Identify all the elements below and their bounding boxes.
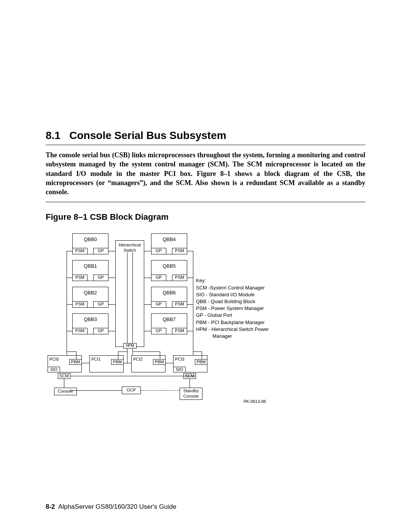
psm-label: PSM — [175, 302, 184, 306]
key-heading: Key: — [196, 277, 269, 284]
line — [187, 251, 193, 251]
line — [144, 278, 151, 278]
qbb0-gp: GP — [93, 248, 108, 254]
gp-label: GP — [156, 328, 162, 333]
gp-label: GP — [156, 275, 162, 280]
footer-title: AlphaServer GS80/160/320 User's Guide — [58, 503, 176, 510]
key-legend: Key: SCM -System Control Manager SIO - S… — [196, 277, 269, 340]
qbb1-gp: GP — [93, 275, 108, 281]
scm-label: SCM — [59, 374, 68, 378]
qbb6-label: QBB6 — [151, 290, 187, 296]
page-number: 8-2 — [46, 503, 55, 510]
line — [160, 351, 160, 359]
line — [187, 304, 193, 305]
pci3-sio: SIO — [173, 367, 186, 372]
line — [187, 331, 193, 331]
qbb3-gp: GP — [93, 328, 108, 334]
line — [67, 331, 72, 331]
qbb7-label: QBB7 — [151, 316, 187, 322]
gp-label: GP — [98, 275, 104, 280]
qbb1-label: QBB1 — [72, 263, 108, 269]
section-heading: 8.1 Console Serial Bus Subsystem — [46, 129, 365, 142]
pci3-pbm: PBM — [195, 359, 207, 365]
line — [202, 351, 202, 359]
sio-label: SIO — [176, 367, 183, 372]
hpm-label: HPM — [126, 343, 134, 348]
gp-label: GP — [156, 248, 162, 253]
line — [127, 348, 127, 363]
qbb6-gp: GP — [151, 301, 166, 308]
qbb4-gp: GP — [151, 248, 166, 254]
psm-label: PSM — [75, 275, 84, 280]
psm-label: PSM — [75, 328, 84, 333]
key-entry: Manager — [196, 333, 269, 340]
line — [193, 351, 202, 352]
line — [118, 351, 127, 352]
line — [67, 251, 67, 363]
section-title: Console Serial Bus Subsystem — [69, 129, 226, 141]
console-label: Console — [58, 389, 73, 393]
line — [108, 251, 115, 251]
csb-block-diagram: HierarchicalSwitch HPM QBB0 PSM GP QBB1 … — [46, 230, 304, 409]
key-entry: SIO - Standard I/O Module — [196, 291, 269, 298]
pci0-sio: SIO — [48, 367, 60, 372]
bus-line — [127, 252, 127, 343]
line — [193, 251, 193, 363]
qbb4-psm: PSM — [172, 248, 187, 254]
figure-id: PK-0613-98 — [244, 399, 266, 404]
line — [67, 304, 72, 305]
line — [144, 304, 151, 305]
qbb7-psm: PSM — [172, 328, 187, 334]
qbb7-gp: GP — [151, 328, 166, 334]
pci1-pbm: PBM — [111, 359, 124, 365]
qbb6-psm: PSM — [172, 301, 187, 308]
line — [76, 351, 76, 359]
line — [64, 379, 64, 388]
qbb3-psm: PSM — [72, 328, 88, 334]
qbb1-psm: PSM — [72, 275, 88, 281]
heading-rule-top — [46, 145, 365, 145]
console-box: Console — [54, 388, 77, 395]
line — [108, 278, 115, 278]
sio-label: SIO — [50, 367, 57, 372]
line — [108, 331, 115, 331]
line — [108, 304, 115, 305]
pbm-label: PBM — [71, 359, 80, 364]
hierarchical-switch-box — [115, 240, 144, 347]
qbb0-psm: PSM — [72, 248, 88, 254]
line — [67, 278, 72, 278]
key-entry: PBM - PCI Backplane Manager — [196, 319, 269, 326]
qbb5-gp: GP — [151, 275, 166, 281]
standby-console-box: StandbyConsole — [180, 388, 202, 400]
gp-label: GP — [98, 328, 104, 333]
page-footer: 8-2 AlphaServer GS80/160/320 User's Guid… — [46, 503, 176, 511]
pbm-label: PBM — [155, 359, 164, 364]
section-number: 8.1 — [46, 129, 61, 141]
line — [67, 351, 76, 352]
qbb5-label: QBB5 — [151, 263, 187, 269]
qbb3-label: QBB3 — [72, 316, 108, 322]
hierarchical-switch-label: HierarchicalSwitch — [115, 243, 144, 252]
psm-label: PSM — [175, 248, 184, 253]
qbb2-gp: GP — [93, 301, 108, 308]
pci1-label: PCI1 — [91, 357, 100, 361]
key-entry: HPM - Hierarchical Switch Power — [196, 326, 269, 333]
pbm-label: PBM — [113, 359, 122, 364]
key-entry: SCM -System Control Manager — [196, 284, 269, 291]
line — [118, 351, 118, 359]
qbb5-psm: PSM — [172, 275, 187, 281]
dashed-line — [141, 390, 180, 391]
pci3-label: PCI3 — [175, 357, 184, 361]
gp-label: GP — [98, 248, 104, 253]
pci0-label: PCI0 — [49, 357, 59, 361]
key-entry: PSM - Power System Manager — [196, 305, 269, 312]
key-entry: QBB - Quad Building Block — [196, 298, 269, 305]
qbb0-label: QBB0 — [72, 236, 108, 242]
qbb2-label: QBB2 — [72, 290, 108, 296]
line — [144, 331, 151, 331]
qbb2-psm: PSM — [72, 301, 88, 308]
psm-label: PSM — [175, 328, 184, 333]
pbm-label: PBM — [197, 359, 206, 364]
line — [144, 251, 151, 251]
gp-label: GP — [156, 302, 162, 306]
